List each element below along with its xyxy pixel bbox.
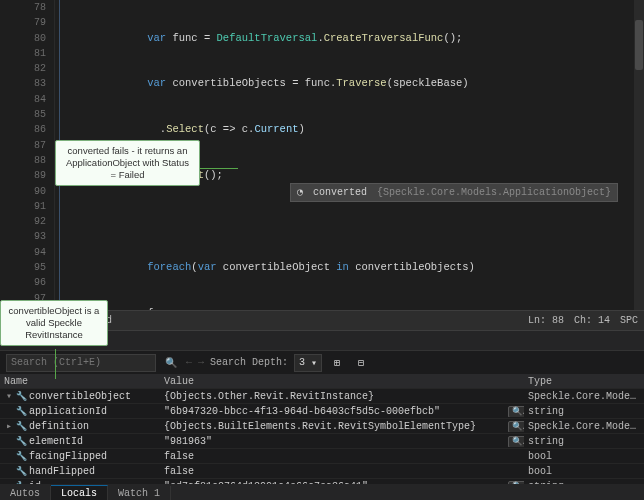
watch-item-value: false (160, 466, 504, 477)
scroll-thumb[interactable] (635, 20, 643, 70)
watch-item-value: "981963" (160, 436, 504, 447)
cursor-line-label: Ln: 88 (528, 315, 564, 326)
callout-connector (55, 349, 56, 379)
line-number-gutter: 78 79 80 81 82 83 84 85 86 87 88 89 90 9… (0, 0, 55, 310)
property-icon: 🔧 (16, 421, 27, 432)
watch-item-value: false (160, 451, 504, 462)
watch-item-type: bool (524, 466, 644, 477)
watch-row[interactable]: 🔧facingFlippedfalsebool (0, 449, 644, 464)
property-icon: 🔧 (16, 406, 27, 417)
datatip-var-icon: ◔ (297, 185, 303, 200)
debug-footer-tabs: Autos Locals Watch 1 (0, 484, 644, 500)
watch-item-type: Speckle.Core.Models.Base (524, 421, 644, 432)
property-icon: 🔧 (16, 451, 27, 462)
watch-item-value: "ed7af81c2764d13001c4e66c7ea36a41" (160, 481, 504, 485)
tab-watch1[interactable]: Watch 1 (108, 486, 171, 501)
watch-item-type: string (524, 481, 644, 485)
watch-row[interactable]: ▾🔧convertibleObject{Objects.Other.Revit.… (0, 389, 644, 404)
watch-item-name: applicationId (29, 406, 107, 417)
datatip-var-name: converted (313, 185, 367, 200)
watch-item-name: handFlipped (29, 466, 95, 477)
watch-item-value: {Objects.Other.Revit.RevitInstance} (160, 391, 504, 402)
col-name: Name (0, 376, 160, 387)
watch-row[interactable]: 🔧handFlippedfalsebool (0, 464, 644, 479)
watch-item-name: facingFlipped (29, 451, 107, 462)
watch-grid-header: Name Value Type (0, 374, 644, 389)
debug-datatip[interactable]: ◔ converted {Speckle.Core.Models.Applica… (290, 183, 618, 202)
watch-search-row: 🔍 ←→ Search Depth: 3 ▾ ⊞ ⊟ (0, 350, 644, 374)
watch-row[interactable]: ▸🔧definition{Objects.BuiltElements.Revit… (0, 419, 644, 434)
toolbar-icon[interactable]: ⊞ (328, 354, 346, 372)
property-icon: 🔧 (16, 391, 27, 402)
tab-autos[interactable]: Autos (0, 486, 51, 501)
col-value: Value (160, 376, 504, 387)
datatip-var-type: {Speckle.Core.Models.ApplicationObject} (377, 185, 611, 200)
search-depth-label: Search Depth: (210, 357, 288, 368)
watch-item-name: convertibleObject (29, 391, 131, 402)
annotation-callout-converted: converted fails - it returns an Applicat… (55, 140, 200, 186)
watch-item-type: bool (524, 451, 644, 462)
annotation-callout-convertible: convertibleObject is a valid Speckle Rev… (0, 300, 108, 346)
search-depth-value[interactable]: 3 ▾ (294, 354, 322, 372)
watch-item-name: elementId (29, 436, 83, 447)
property-icon: 🔧 (16, 466, 27, 477)
view-button[interactable]: 🔍 View ▾ (508, 481, 524, 485)
view-button[interactable]: 🔍 View ▾ (508, 406, 524, 417)
callout-connector (200, 168, 238, 169)
view-button[interactable]: 🔍 View ▾ (508, 421, 524, 432)
watch-item-type: string (524, 436, 644, 447)
indent-mode-label: SPC (620, 315, 638, 326)
watch-grid[interactable]: Name Value Type ▾🔧convertibleObject{Obje… (0, 374, 644, 484)
watch-item-name: definition (29, 421, 89, 432)
view-button[interactable]: 🔍 View ▾ (508, 436, 524, 447)
watch-item-type: Speckle.Core.Models.Base (524, 391, 644, 402)
property-icon: 🔧 (16, 481, 27, 485)
expander-icon[interactable]: ▾ (4, 390, 14, 402)
watch-item-type: string (524, 406, 644, 417)
watch-row[interactable]: 🔧elementId"981963"🔍 View ▾string (0, 434, 644, 449)
expander-icon[interactable]: ▸ (4, 420, 14, 432)
toolbar-icon[interactable]: ⊟ (352, 354, 370, 372)
property-icon: 🔧 (16, 436, 27, 447)
watch-item-name: id (29, 481, 41, 485)
vertical-scrollbar[interactable] (634, 0, 644, 310)
cursor-char-label: Ch: 14 (574, 315, 610, 326)
watch-item-value: "6b947320-bbcc-4f13-964d-b6403cf5d5c-000… (160, 406, 504, 417)
tab-locals[interactable]: Locals (51, 485, 108, 500)
watch-item-value: {Objects.BuiltElements.Revit.RevitSymbol… (160, 421, 504, 432)
col-type: Type (524, 376, 644, 387)
watch-search-input[interactable] (6, 354, 156, 372)
watch-row[interactable]: 🔧applicationId"6b947320-bbcc-4f13-964d-b… (0, 404, 644, 419)
watch-row[interactable]: 🔧id"ed7af81c2764d13001c4e66c7ea36a41"🔍 V… (0, 479, 644, 484)
search-icon[interactable]: 🔍 (162, 354, 180, 372)
